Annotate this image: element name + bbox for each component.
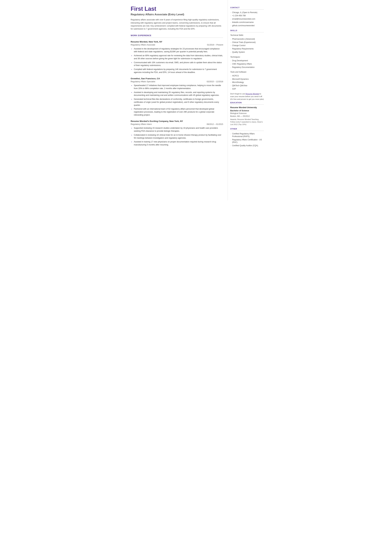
skill-tech-1: Drug Development [230,59,264,62]
job-dates-3: 06/2012 – 01/2015 [207,123,223,126]
skill-s-1: HCPCS [230,75,264,77]
contact-github: github.com/resumeworded [230,24,264,27]
edu-school: Resume Worded University [230,106,264,109]
contact-phone: +1-234-456-789 [230,14,264,17]
bullet-1-1: Assisted in the development of regulator… [131,47,223,53]
other-3: Certified Quality Auditor (CQA). [230,144,264,147]
job-role-3: Regulatory Affairs Intern [131,123,152,126]
skills-header: SKILLS [230,29,264,33]
job-title: Regulatory Affairs Associate (Entry Leve… [131,13,223,17]
skill-t-1: Pharmaceutics (Advanced) [230,38,264,40]
contact-header: CONTACT [230,6,264,10]
job-block-2: Growthsi, San Francisco, CA Regulatory A… [131,77,223,116]
skill-t-2: Clinical Trials (Experienced) [230,41,264,44]
job-block-1: Resume Worded, New York, NY Regulatory A… [131,40,223,74]
other-list: Certified Regulatory Affairs Professiona… [230,132,264,147]
job-role-2: Regulatory Affairs Specialist [131,80,155,83]
bullet-1-2: Achieved an 80% regulatory approval rate… [131,54,223,60]
bullet-1-4: Complied with federal regulations by pre… [131,68,223,74]
skill-s-5: SAP [230,88,264,90]
bullet-3-3: Assisted in training 17 new physicians o… [131,140,223,146]
job-role-1: Regulatory Affairs Associate [131,43,155,46]
edu-awards: Awards: Resume Worded Teaching Fellow (o… [230,118,264,126]
bullet-2-4: Partnered with an international team of … [131,107,223,116]
job-company-1: Resume Worded, New York, NY [131,40,223,43]
bullet-3-2: Collaborated in reviewing 1K clinical tr… [131,134,223,140]
skill-t-5: Quality System [230,51,264,54]
job-company-3: Resume Worded's Exciting Company, New Yo… [131,120,223,123]
education-header: EDUCATION [230,101,264,105]
skill-t-3: Change Control [230,44,264,47]
bullet-3-1: Supported reviewing 15 research studies … [131,127,223,133]
job-dates-2: 02/2015 – 12/2018 [207,80,223,83]
job-block-3: Resume Worded's Exciting Company, New Yo… [131,120,223,146]
job-bullets-3: Supported reviewing 15 research studies … [131,127,223,146]
skills-tools-list: HCPCS Microsoft Dynamics MicroStrategy Q… [230,75,264,90]
education-block: Resume Worded University Bachelor of Sci… [230,106,264,126]
bullet-1-3: Communicated with 10K customers via emai… [131,61,223,67]
other-1: Certified Regulatory Affairs Professiona… [230,132,264,138]
skill-t-4: Regulatory Requirements [230,48,264,50]
skill-s-2: Microsoft Dynamics [230,78,264,80]
other-2: Regulatory Affairs Certification - US (R… [230,138,264,144]
job-bullets-1: Assisted in the development of regulator… [131,47,223,74]
skill-tech-2: CMC Regulatory Affairs [230,63,264,65]
skills-note: Don't forget to use Resume Worded to sca… [230,92,264,101]
contact-linkedin: linkedin.com/in/username [230,21,264,24]
job-dates-1: 01/2019 – Present [207,43,223,46]
contact-list: Chicago, IL (Open to Remote) +1-234-456-… [230,11,264,27]
contact-email: email@resumeworded.com [230,18,264,20]
skills-technical-label: Technical Skills: [230,34,264,37]
skills-techniques-label: Techniques: [230,56,264,58]
skills-technical-list: Pharmaceutics (Advanced) Clinical Trials… [230,38,264,54]
contact-location: Chicago, IL (Open to Remote) [230,11,264,14]
bullet-2-1: Spearheaded 17 initiatives that improved… [131,84,223,90]
edu-field: Biological Sciences [230,112,264,115]
edu-date: Boston, MA — 05/2012 [230,115,264,118]
full-name: First Last [131,6,223,12]
work-experience-header: WORK EXPERIENCE [131,34,223,38]
skills-tools-label: Tools and Software [230,71,264,73]
skill-s-3: MicroStrategy [230,81,264,84]
summary-text: Regulatory affairs associate with over 8… [131,18,223,31]
skills-note-prefix: Don't forget to use [230,93,245,95]
other-header: OTHER [230,128,264,131]
skills-techniques-list: Drug Development CMC Regulatory Affairs … [230,59,264,69]
skill-tech-3: Regulatory Documentation [230,66,264,69]
skill-s-4: QlikTech QlikView [230,84,264,87]
job-bullets-2: Spearheaded 17 initiatives that improved… [131,84,223,116]
bullet-2-2: Assisted in developing and maintaining 2… [131,91,223,97]
edu-degree: Bachelor of Science [230,109,264,112]
job-company-2: Growthsi, San Francisco, CA [131,77,223,80]
bullet-2-3: Generated technical files like declarati… [131,98,223,107]
resume-worded-link[interactable]: Resume Worded [245,93,259,95]
